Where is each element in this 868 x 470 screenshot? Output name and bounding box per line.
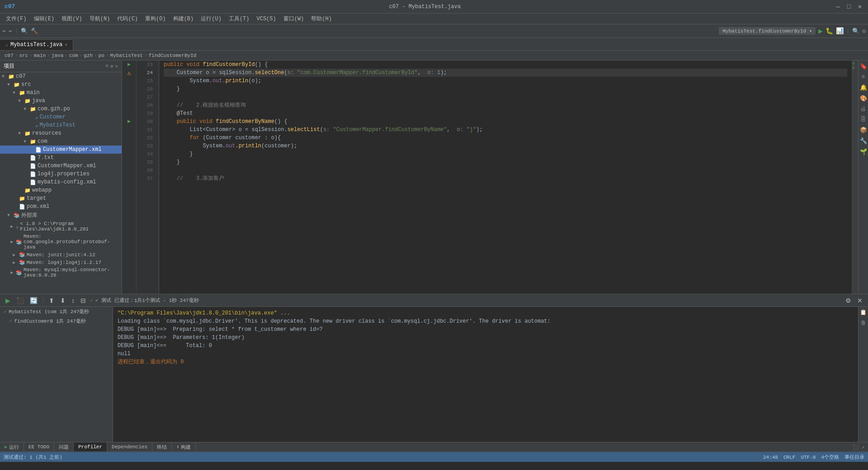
tree-item-customermapper-xml[interactable]: 📄 CustomerMapper.xml [0, 146, 122, 154]
tree-item-customermapperxml2[interactable]: 📄 CustomerMapper.xml [0, 162, 122, 170]
tree-item-main[interactable]: ▼ 📁 main [0, 89, 122, 97]
bottom-tab-terminal[interactable]: 终结 [152, 442, 172, 451]
tree-item-extlibs[interactable]: ▼ 📚 外部库 [0, 211, 122, 220]
tree-label-main: main [27, 89, 40, 96]
bookmark-icon[interactable]: 🔖 [860, 63, 867, 70]
run-button[interactable]: ▶ [818, 27, 823, 36]
bottom-tab-build[interactable]: ⬆ 构建 [172, 442, 196, 451]
breadcrumb-method[interactable]: findCustomerById [149, 53, 197, 58]
tab-mybatistest[interactable]: ☕ MybatisTest.java ✕ [0, 39, 73, 50]
bottom-tab-run[interactable]: ▶ 运行 [0, 442, 24, 451]
run-close-btn[interactable]: ✕ [855, 296, 864, 305]
tree-item-jdk[interactable]: ▶ ☕ < 1.8 > C:\Program Files\Java\jdk1.8… [0, 220, 122, 233]
menu-file[interactable]: 文件(F) [2, 14, 30, 24]
bottom-tab-todo[interactable]: EE TODO [24, 442, 54, 451]
breadcrumb-main[interactable]: main [34, 53, 46, 58]
run-icon-23[interactable]: ▶ [122, 61, 136, 69]
tree-item-mybatistest[interactable]: ☕ MybatisTest [0, 121, 122, 129]
notification-icon[interactable]: 🔔 [860, 84, 867, 91]
tree-item-customer[interactable]: ☕ Customer [0, 113, 122, 121]
menu-view[interactable]: 视图(V) [58, 14, 86, 24]
tree-item-log4j[interactable]: 📄 log4j.properties [0, 170, 122, 178]
toolbar-build-btn[interactable]: 🔨 [31, 28, 38, 35]
tree-item-junit[interactable]: ▶ 📚 Maven: junit:junit:4.12 [0, 251, 122, 258]
breadcrumb-mybatistest[interactable]: MybatisTest [110, 53, 143, 58]
tree-item-webapp[interactable]: 📁 webapp [0, 186, 122, 194]
menu-vcs[interactable]: VCS(S) [253, 15, 279, 23]
console-output[interactable]: "C:\Program Files\Java\jdk1.8.0_201\bin\… [113, 307, 858, 442]
code-area[interactable]: public void findCustomerById() { Custome… [159, 61, 852, 294]
sidebar-collapse-btn[interactable]: ≡ [105, 63, 108, 69]
sidebar-settings-btn[interactable]: ⚙ [110, 63, 113, 69]
menu-build[interactable]: 构建(B) [170, 14, 198, 24]
tree-item-src[interactable]: ▼ 📁 src [0, 80, 122, 89]
search-everywhere-icon[interactable]: 🔍 [21, 28, 28, 35]
debug-button[interactable]: 🐛 [826, 27, 833, 35]
toolbar-back[interactable]: ⬅ [2, 28, 6, 35]
database-icon[interactable]: 🗄 [860, 116, 866, 123]
tree-item-mybatisconfig[interactable]: 📄 mybatis-config.xml [0, 178, 122, 186]
console-icon-2[interactable]: 🗑 [861, 320, 866, 326]
maven-icon[interactable]: 📦 [860, 127, 867, 134]
run-prev-fail[interactable]: ⬆ [47, 296, 56, 305]
bottom-tab-dependencies[interactable]: Dependencies [107, 442, 152, 451]
gradle-icon[interactable]: 🔧 [860, 137, 867, 145]
palette-icon[interactable]: 🎨 [860, 95, 867, 102]
menu-window[interactable]: 窗口(W) [280, 14, 308, 24]
bottom-tab-issues[interactable]: 问题 [54, 442, 74, 451]
expand-icon[interactable]: ⬛ [853, 444, 859, 450]
print-icon[interactable]: 🖨 [860, 106, 866, 113]
menu-help[interactable]: 帮助(H) [307, 14, 335, 24]
settings-icon[interactable]: ⚙ [862, 28, 866, 35]
sidebar-close-btn[interactable]: ✕ [115, 63, 118, 69]
toolbar-forward[interactable]: ➡ [9, 28, 12, 35]
run-item-mybatistest[interactable]: ✓ MybatisTest (com 1共 247毫秒 [0, 307, 113, 316]
breadcrumb-com[interactable]: com [69, 53, 78, 58]
spring-icon[interactable]: 🌱 [860, 148, 867, 155]
run-config-dropdown[interactable]: MybatisTest.findCustomerById ▾ [719, 27, 816, 35]
run-next-fail[interactable]: ⬇ [58, 296, 67, 305]
tree-item-protobuf[interactable]: ▶ 📚 Maven: com.google.protobuf:protobuf-… [0, 233, 122, 251]
breadcrumb-java[interactable]: java [52, 53, 63, 58]
menu-run[interactable]: 运行(U) [197, 14, 225, 24]
menu-code[interactable]: 代码(C) [113, 14, 142, 24]
run-icon-30[interactable]: ▶ [122, 118, 136, 126]
run-settings-btn[interactable]: ⚙ [844, 296, 853, 305]
run-rerun-btn[interactable]: 🔄 [28, 296, 39, 305]
search-icon[interactable]: 🔍 [852, 28, 859, 35]
tree-item-c07[interactable]: ▼ 📁 c07 [0, 72, 122, 80]
popout-icon[interactable]: ↗ [861, 444, 864, 450]
tab-close-btn[interactable]: ✕ [65, 42, 67, 47]
run-sort-btn[interactable]: ↕ [70, 296, 76, 305]
tree-item-7txt[interactable]: 📄 7.txt [0, 154, 122, 162]
test-status-text: 测试通过: 1 (共1 之前) [4, 454, 62, 461]
run-play-btn[interactable]: ▶ [4, 296, 12, 305]
run-item-findcustomer[interactable]: ✓ findCustomerB 1共 247毫秒 [0, 316, 113, 326]
maximize-button[interactable]: □ [845, 3, 853, 10]
breadcrumb-src[interactable]: src [19, 53, 28, 58]
run-with-coverage-btn[interactable]: 📊 [836, 27, 844, 35]
breadcrumb-c07[interactable]: c07 [5, 53, 14, 58]
tasks-icon[interactable]: 事任目录 [844, 454, 864, 461]
menu-navigate[interactable]: 导航(N) [86, 14, 114, 24]
breadcrumb-po[interactable]: po [99, 53, 104, 58]
tree-item-target[interactable]: 📁 target [0, 194, 122, 202]
tree-item-log4jlib[interactable]: ▶ 📚 Maven: log4j:log4j:1.2.17 [0, 258, 122, 266]
tree-item-pom[interactable]: 📄 pom.xml [0, 202, 122, 211]
structure-icon[interactable]: ≡ [862, 74, 865, 80]
tree-item-resources[interactable]: ▼ 📁 resources [0, 129, 122, 137]
console-icon-1[interactable]: 📋 [860, 309, 867, 316]
menu-refactor[interactable]: 重构(O) [142, 14, 170, 24]
breadcrumb-gzh[interactable]: gzh [84, 53, 93, 58]
run-filter-btn[interactable]: ⊟ [79, 296, 88, 305]
run-stop-btn[interactable]: ⬛ [14, 296, 26, 305]
tree-item-java[interactable]: ▼ 📁 java [0, 97, 122, 105]
tree-item-com[interactable]: ▼ 📁 com [0, 137, 122, 146]
menu-edit[interactable]: 编辑(E) [30, 14, 58, 24]
bottom-tab-profiler[interactable]: Profiler [74, 442, 107, 451]
menu-tools[interactable]: 工具(T) [225, 14, 253, 24]
tree-item-comgzhpo[interactable]: ▼ 📁 com.gzh.po [0, 105, 122, 113]
minimize-button[interactable]: — [835, 3, 842, 10]
close-button[interactable]: ✕ [856, 3, 863, 10]
tree-item-mysql[interactable]: ▶ 📚 Maven: mysql:mysql-connector-java:8.… [0, 266, 122, 279]
